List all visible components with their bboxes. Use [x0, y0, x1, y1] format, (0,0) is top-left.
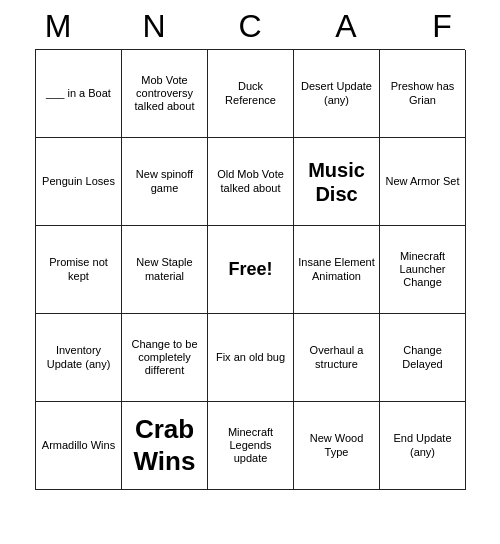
bingo-title: M N C A F: [10, 0, 490, 49]
bingo-cell-8[interactable]: Music Disc: [294, 138, 380, 226]
title-letter-c: C: [207, 8, 293, 45]
bingo-cell-23[interactable]: New Wood Type: [294, 402, 380, 490]
title-letter-f: F: [399, 8, 485, 45]
bingo-cell-10[interactable]: Promise not kept: [36, 226, 122, 314]
bingo-cell-4[interactable]: Preshow has Grian: [380, 50, 466, 138]
bingo-cell-16[interactable]: Change to be completely different: [122, 314, 208, 402]
bingo-cell-17[interactable]: Fix an old bug: [208, 314, 294, 402]
bingo-cell-9[interactable]: New Armor Set: [380, 138, 466, 226]
bingo-cell-19[interactable]: Change Delayed: [380, 314, 466, 402]
bingo-cell-0[interactable]: ___ in a Boat: [36, 50, 122, 138]
title-letter-n: N: [111, 8, 197, 45]
bingo-cell-18[interactable]: Overhaul a structure: [294, 314, 380, 402]
bingo-cell-21[interactable]: Crab Wins: [122, 402, 208, 490]
bingo-cell-1[interactable]: Mob Vote controversy talked about: [122, 50, 208, 138]
bingo-cell-13[interactable]: Insane Element Animation: [294, 226, 380, 314]
bingo-cell-2[interactable]: Duck Reference: [208, 50, 294, 138]
bingo-cell-15[interactable]: Inventory Update (any): [36, 314, 122, 402]
bingo-cell-7[interactable]: Old Mob Vote talked about: [208, 138, 294, 226]
bingo-cell-11[interactable]: New Staple material: [122, 226, 208, 314]
bingo-cell-6[interactable]: New spinoff game: [122, 138, 208, 226]
bingo-cell-20[interactable]: Armadillo Wins: [36, 402, 122, 490]
title-letter-m: M: [15, 8, 101, 45]
bingo-grid: ___ in a BoatMob Vote controversy talked…: [35, 49, 465, 490]
bingo-cell-3[interactable]: Desert Update (any): [294, 50, 380, 138]
bingo-cell-22[interactable]: Minecraft Legends update: [208, 402, 294, 490]
title-letter-a: A: [303, 8, 389, 45]
bingo-cell-12[interactable]: Free!: [208, 226, 294, 314]
bingo-cell-5[interactable]: Penguin Loses: [36, 138, 122, 226]
bingo-cell-14[interactable]: Minecraft Launcher Change: [380, 226, 466, 314]
bingo-cell-24[interactable]: End Update (any): [380, 402, 466, 490]
